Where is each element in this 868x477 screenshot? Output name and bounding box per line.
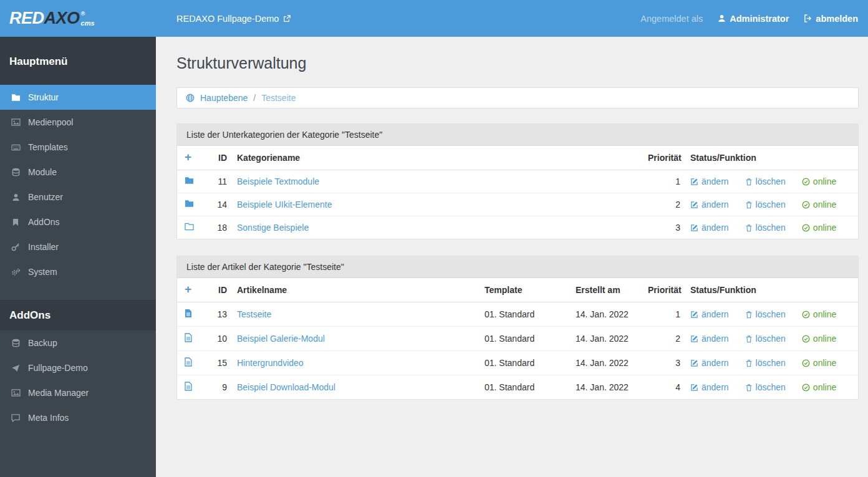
column-header-status: Status/Funktion	[685, 278, 858, 302]
edit-link[interactable]: ändern	[690, 223, 729, 233]
online-status-link[interactable]: online	[802, 223, 836, 233]
articles-table: + ID Artikelname Template Erstellt am Pr…	[177, 278, 858, 399]
sidebar-item-label: Backup	[28, 338, 57, 348]
sidebar-item-templates[interactable]: Templates	[0, 135, 156, 160]
image-icon	[9, 118, 22, 126]
trash-icon	[745, 201, 753, 209]
breadcrumb-current-link[interactable]: Testseite	[261, 93, 296, 103]
edit-link[interactable]: ändern	[690, 176, 729, 186]
article-link[interactable]: Beispiel Download-Modul	[237, 382, 335, 392]
delete-link[interactable]: löschen	[745, 223, 786, 233]
breadcrumb-root-link[interactable]: Hauptebene	[200, 93, 248, 103]
logout-link[interactable]: abmelden	[804, 14, 858, 24]
online-status-link[interactable]: online	[802, 309, 836, 319]
logo-part-axo: AXO	[44, 9, 80, 28]
sidebar-item-fullpage-demo[interactable]: Fullpage-Demo	[0, 355, 156, 380]
folder-icon	[185, 176, 194, 185]
category-priority: 2	[643, 193, 685, 216]
column-header-status: Status/Funktion	[685, 146, 858, 170]
site-frontend-label: REDAXO Fullpage-Demo	[176, 14, 279, 24]
delete-link[interactable]: löschen	[745, 200, 786, 210]
database-icon	[9, 168, 22, 176]
user-menu-link[interactable]: Administrator	[718, 14, 789, 24]
edit-link[interactable]: ändern	[690, 358, 729, 368]
article-link[interactable]: Testseite	[237, 309, 271, 319]
user-name: Administrator	[730, 14, 789, 24]
category-link[interactable]: Beispiele UIkit-Elemente	[237, 200, 332, 210]
trash-icon	[745, 178, 753, 186]
online-status-link[interactable]: online	[802, 382, 836, 392]
article-created: 14. Jan. 2022	[571, 351, 643, 375]
circle-check-icon	[802, 224, 810, 232]
pencil-square-icon	[690, 224, 698, 232]
redaxo-logo[interactable]: REDAXO ® cms	[0, 9, 156, 28]
article-link[interactable]: Beispiel Galerie-Modul	[237, 334, 325, 344]
pencil-square-icon	[690, 311, 698, 319]
article-id: 9	[206, 375, 229, 400]
online-status-link[interactable]: online	[802, 334, 836, 344]
image-icon	[9, 389, 22, 397]
column-header-template: Template	[480, 278, 571, 302]
sidebar-item-label: Benutzer	[28, 192, 63, 202]
sidebar-item-label: Media Manager	[28, 388, 89, 398]
trash-icon	[745, 311, 753, 319]
column-header-priority: Priorität	[643, 278, 685, 302]
add-category-button[interactable]: +	[185, 150, 191, 163]
edit-link[interactable]: ändern	[690, 382, 729, 392]
delete-label: löschen	[756, 382, 786, 392]
sidebar-item-benutzer[interactable]: Benutzer	[0, 185, 156, 210]
online-status-link[interactable]: online	[802, 176, 836, 186]
circle-check-icon	[802, 359, 810, 367]
delete-link[interactable]: löschen	[745, 334, 786, 344]
category-priority: 1	[643, 170, 685, 193]
category-link[interactable]: Beispiele Textmodule	[237, 176, 319, 186]
sidebar-item-meta-infos[interactable]: Meta Infos	[0, 405, 156, 430]
sidebar-item-label: Medienpool	[28, 117, 73, 127]
logo-side: ® cms	[81, 11, 95, 27]
delete-link[interactable]: löschen	[745, 176, 786, 186]
sidebar-item-struktur[interactable]: Struktur	[0, 85, 156, 110]
sidebar-item-medienpool[interactable]: Medienpool	[0, 110, 156, 135]
edit-link[interactable]: ändern	[690, 309, 729, 319]
edit-label: ändern	[702, 309, 729, 319]
article-created: 14. Jan. 2022	[571, 302, 643, 327]
delete-label: löschen	[756, 309, 786, 319]
article-template: 01. Standard	[480, 351, 571, 375]
edit-link[interactable]: ändern	[690, 200, 729, 210]
sidebar-item-system[interactable]: System	[0, 259, 156, 284]
online-label: online	[813, 334, 836, 344]
article-template: 01. Standard	[480, 327, 571, 351]
column-header-id: ID	[206, 146, 229, 170]
delete-link[interactable]: löschen	[745, 382, 786, 392]
logo-cms-label: cms	[81, 20, 95, 27]
sidebar-item-backup[interactable]: Backup	[0, 330, 156, 355]
article-priority: 3	[643, 351, 685, 375]
edit-link[interactable]: ändern	[690, 334, 729, 344]
categories-panel: Liste der Unterkategorien der Kategorie …	[176, 123, 859, 239]
delete-link[interactable]: löschen	[745, 358, 786, 368]
add-article-button[interactable]: +	[185, 282, 191, 296]
column-header-created: Erstellt am	[571, 278, 643, 302]
topbar-session-area: Angemeldet als Administrator abmelden	[640, 14, 868, 24]
sidebar-item-addons[interactable]: AddOns	[0, 210, 156, 234]
online-status-link[interactable]: online	[802, 200, 836, 210]
sidebar-item-label: Installer	[28, 242, 59, 252]
online-status-link[interactable]: online	[802, 358, 836, 368]
sidebar-item-label: Module	[28, 167, 57, 177]
paper-plane-icon	[9, 364, 22, 372]
column-header-priority: Priorität	[643, 146, 685, 170]
redaxo-logo-text: REDAXO	[9, 9, 80, 28]
site-frontend-link[interactable]: REDAXO Fullpage-Demo	[176, 14, 291, 24]
category-link[interactable]: Sonstige Beispiele	[237, 223, 309, 233]
file-outline-icon	[185, 333, 192, 342]
trash-icon	[745, 335, 753, 343]
article-template: 01. Standard	[480, 302, 571, 327]
delete-link[interactable]: löschen	[745, 309, 786, 319]
sidebar-item-installer[interactable]: Installer	[0, 234, 156, 259]
article-link[interactable]: Hintergrundvideo	[237, 358, 304, 368]
sidebar-item-module[interactable]: Module	[0, 160, 156, 185]
sidebar-item-label: System	[28, 267, 57, 277]
file-icon	[185, 309, 192, 318]
category-row: 18 Sonstige Beispiele 3 ändern löschen o…	[177, 216, 858, 239]
sidebar-item-media-manager[interactable]: Media Manager	[0, 380, 156, 405]
